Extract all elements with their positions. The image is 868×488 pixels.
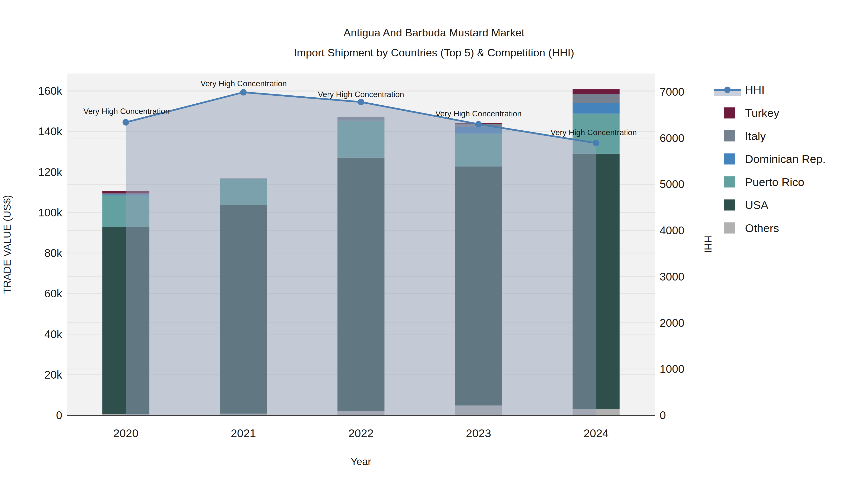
legend-hhi-marker	[724, 87, 731, 93]
y-left-tick-160k: 160k	[38, 85, 62, 97]
y-left-axis-title: TRADE VALUE (US$)	[1, 195, 13, 294]
legend: HHITurkeyItalyDominican Rep.Puerto RicoU…	[714, 84, 826, 234]
annotation-2022: Very High Concentration	[318, 90, 404, 99]
bar-segment-dominican-rep-2024	[572, 103, 620, 113]
x-axis-title: Year	[351, 456, 371, 467]
mustard-market-chart: 020k40k60k80k100k120k140k160k01000200030…	[0, 0, 868, 488]
legend-label-hhi: HHI	[745, 84, 765, 96]
legend-swatch-turkey	[724, 107, 735, 119]
y-right-tick-4000: 4000	[660, 224, 684, 237]
legend-label-others: Others	[745, 222, 779, 234]
x-tick-2024: 2024	[584, 427, 609, 440]
x-tick-2022: 2022	[348, 427, 374, 440]
y-left-tick-20k: 20k	[44, 368, 62, 381]
y-right-tick-7000: 7000	[660, 86, 684, 98]
hhi-marker-2020	[123, 119, 129, 126]
legend-item-puerto-rico[interactable]: Puerto Rico	[724, 176, 804, 189]
hhi-area	[126, 92, 596, 415]
legend-item-italy[interactable]: Italy	[724, 130, 766, 142]
bar-segment-italy-2024	[572, 94, 620, 103]
chart-title-line2: Import Shipment by Countries (Top 5) & C…	[294, 46, 574, 59]
legend-swatch-puerto-rico	[724, 176, 735, 188]
annotation-2024: Very High Concentration	[551, 128, 637, 137]
x-tick-2020: 2020	[113, 427, 138, 440]
chart-figure: 020k40k60k80k100k120k140k160k01000200030…	[0, 0, 868, 488]
hhi-marker-2022	[358, 99, 364, 105]
legend-item-usa[interactable]: USA	[724, 199, 768, 212]
y-left-tick-0: 0	[56, 409, 62, 422]
annotation-2023: Very High Concentration	[435, 109, 522, 118]
legend-swatch-italy	[724, 130, 735, 141]
legend-item-others[interactable]: Others	[724, 222, 779, 234]
legend-item-hhi[interactable]: HHI	[714, 84, 765, 96]
hhi-area-layer	[126, 92, 596, 415]
chart-title-line1: Antigua And Barbuda Mustard Market	[344, 27, 525, 39]
y-left-tick-80k: 80k	[44, 247, 62, 259]
x-tick-2021: 2021	[231, 427, 256, 440]
legend-label-usa: USA	[745, 199, 768, 212]
y-right-axis-title: HHI	[702, 236, 714, 253]
y-right-tick-3000: 3000	[660, 270, 684, 283]
y-right-tick-0: 0	[660, 409, 666, 422]
y-right-tick-1000: 1000	[660, 363, 684, 375]
legend-swatch-usa	[724, 199, 735, 210]
y-left-tick-40k: 40k	[44, 328, 62, 340]
y-left-tick-60k: 60k	[44, 287, 62, 300]
annotation-2020: Very High Concentration	[84, 107, 170, 116]
annotation-2021: Very High Concentration	[200, 79, 287, 88]
hhi-marker-2023	[475, 121, 482, 128]
y-right-tick-2000: 2000	[660, 317, 684, 329]
legend-label-italy: Italy	[745, 130, 766, 142]
y-right-tick-6000: 6000	[660, 132, 684, 144]
bar-segment-turkey-2024	[572, 89, 620, 94]
x-tick-2023: 2023	[466, 427, 491, 440]
legend-swatch-dominican-rep	[724, 154, 735, 165]
legend-label-dominican-rep: Dominican Rep.	[745, 153, 826, 165]
y-right-tick-5000: 5000	[660, 178, 684, 190]
legend-label-turkey: Turkey	[745, 106, 779, 119]
y-left-tick-120k: 120k	[38, 166, 62, 178]
y-left-tick-140k: 140k	[38, 125, 62, 138]
y-left-tick-100k: 100k	[38, 206, 62, 219]
hhi-marker-2021	[240, 89, 247, 95]
legend-item-dominican-rep[interactable]: Dominican Rep.	[724, 153, 826, 165]
legend-label-puerto-rico: Puerto Rico	[745, 176, 804, 189]
legend-item-turkey[interactable]: Turkey	[724, 106, 779, 119]
legend-swatch-others	[724, 222, 735, 233]
hhi-marker-2024	[593, 140, 599, 146]
